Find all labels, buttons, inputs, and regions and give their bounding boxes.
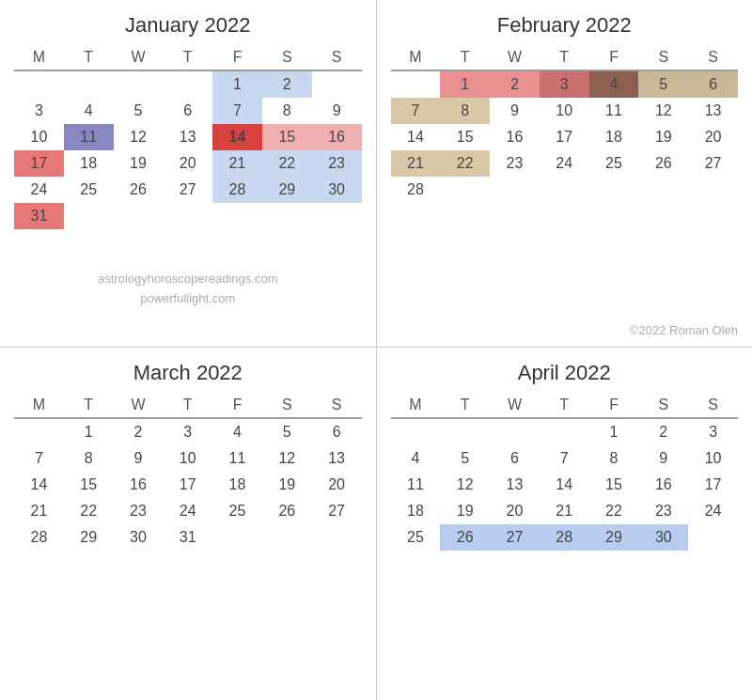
- day-cell: 2: [262, 70, 312, 98]
- col-header-t2: T: [540, 393, 589, 418]
- day-cell: 17: [688, 472, 738, 498]
- day-cell: 26: [114, 177, 164, 203]
- col-header-t2: T: [163, 45, 212, 70]
- table-row: 7 8 9 10 11 12 13: [391, 98, 739, 124]
- table-row: 7 8 9 10 11 12 13: [14, 445, 362, 472]
- copyright: ©2022 Roman Oleh: [630, 323, 738, 337]
- day-cell: 4: [589, 70, 639, 98]
- day-cell: [163, 203, 212, 229]
- table-row: 14 15 16 17 18 19 20: [14, 472, 362, 498]
- day-cell: [262, 524, 312, 551]
- day-cell: [262, 203, 312, 229]
- col-header-m: M: [391, 393, 441, 418]
- table-row: 21 22 23 24 25 26 27: [14, 498, 362, 524]
- day-cell: [114, 70, 164, 98]
- day-cell: 7: [540, 445, 589, 472]
- day-cell: 24: [163, 498, 212, 524]
- day-cell: 19: [262, 472, 312, 498]
- day-cell: 7: [14, 445, 64, 472]
- day-cell: 15: [64, 472, 114, 498]
- day-cell: 6: [163, 98, 212, 124]
- table-row: 18 19 20 21 22 23 24: [391, 498, 739, 524]
- day-cell: 28: [391, 177, 441, 203]
- day-cell: 26: [638, 150, 688, 177]
- day-cell: [688, 524, 738, 551]
- day-cell: [638, 177, 688, 203]
- day-cell: 7: [391, 98, 441, 124]
- col-header-s: S: [638, 45, 688, 70]
- col-header-t: T: [440, 45, 490, 70]
- day-cell: [391, 418, 441, 445]
- march-table: M T W T F S S 1 2 3 4 5 6: [14, 393, 362, 551]
- day-cell: 18: [589, 124, 639, 150]
- day-cell: 29: [64, 524, 114, 551]
- day-cell: [688, 177, 738, 203]
- day-cell: 10: [688, 445, 738, 472]
- january-table: M T W T F S S 1 2: [14, 45, 362, 229]
- day-cell: 23: [114, 498, 164, 524]
- day-cell: 31: [163, 524, 212, 551]
- table-row: 28: [391, 177, 739, 203]
- col-header-m: M: [14, 45, 64, 70]
- day-cell: 12: [114, 124, 164, 150]
- day-cell: [14, 418, 64, 445]
- day-cell: 13: [163, 124, 212, 150]
- february-calendar: February 2022 M T W T F S S 1 2 3: [377, 0, 753, 347]
- table-row: 21 22 23 24 25 26 27: [391, 150, 739, 177]
- day-cell: 18: [212, 472, 262, 498]
- table-row: 28 29 30 31: [14, 524, 362, 551]
- col-header-w: W: [490, 393, 540, 418]
- day-cell: 31: [14, 203, 64, 229]
- col-header-t: T: [64, 45, 114, 70]
- day-cell: [312, 524, 362, 551]
- day-cell: 12: [440, 472, 490, 498]
- day-cell: 5: [262, 418, 312, 445]
- day-cell: 15: [589, 472, 639, 498]
- day-cell: 10: [14, 124, 64, 150]
- day-cell: 8: [262, 98, 312, 124]
- day-cell: 13: [490, 472, 540, 498]
- day-cell: 2: [490, 70, 540, 98]
- day-cell: 1: [440, 70, 490, 98]
- day-cell: 29: [589, 524, 639, 551]
- day-cell: 27: [312, 498, 362, 524]
- day-cell: 3: [163, 418, 212, 445]
- col-header-s: S: [262, 45, 312, 70]
- february-table: M T W T F S S 1 2 3 4 5 6: [391, 45, 739, 203]
- day-cell: 20: [312, 472, 362, 498]
- day-cell: [589, 177, 639, 203]
- day-cell: 15: [262, 124, 312, 150]
- day-cell: 30: [312, 177, 362, 203]
- day-cell: 13: [688, 98, 738, 124]
- day-cell: 19: [440, 498, 490, 524]
- day-cell: 22: [440, 150, 490, 177]
- day-cell: 21: [540, 498, 589, 524]
- day-cell: [163, 70, 212, 98]
- col-header-s2: S: [688, 45, 738, 70]
- table-row: 24 25 26 27 28 29 30: [14, 177, 362, 203]
- day-cell: 21: [391, 150, 441, 177]
- day-cell: 9: [312, 98, 362, 124]
- day-cell: 27: [490, 524, 540, 551]
- day-cell: 8: [589, 445, 639, 472]
- day-cell: 1: [589, 418, 639, 445]
- day-cell: 25: [391, 524, 441, 551]
- day-cell: 10: [540, 98, 589, 124]
- day-cell: 25: [589, 150, 639, 177]
- col-header-w: W: [490, 45, 540, 70]
- table-row: 17 18 19 20 21 22 23: [14, 150, 362, 177]
- march-calendar: March 2022 M T W T F S S 1 2 3: [0, 348, 377, 700]
- day-cell: [64, 70, 114, 98]
- col-header-t: T: [64, 393, 114, 418]
- col-header-w: W: [114, 393, 164, 418]
- watermark-line1: astrologyhoroscopereadings.com: [0, 270, 376, 289]
- col-header-m: M: [391, 45, 441, 70]
- day-cell: 13: [312, 445, 362, 472]
- col-header-s: S: [262, 393, 312, 418]
- day-cell: 5: [440, 445, 490, 472]
- day-cell: 14: [212, 124, 262, 150]
- col-header-t2: T: [540, 45, 589, 70]
- day-cell: 9: [490, 98, 540, 124]
- table-row: 3 4 5 6 7 8 9: [14, 98, 362, 124]
- day-cell: 23: [638, 498, 688, 524]
